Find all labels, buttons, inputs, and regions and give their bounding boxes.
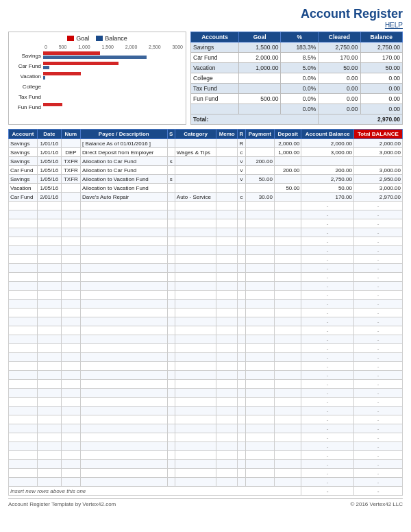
reg-deposit[interactable]: 2,000.00 [274, 139, 301, 148]
reg-num[interactable] [61, 139, 80, 148]
account-cell-balance[interactable]: 0.00 [360, 94, 402, 104]
reg-category[interactable] [175, 157, 216, 166]
account-cell-pct[interactable]: 0.0% [281, 84, 319, 94]
reg-num[interactable] [61, 184, 80, 193]
reg-s[interactable] [167, 166, 175, 175]
reg-num[interactable]: TXFR [61, 157, 80, 166]
reg-s[interactable]: s [167, 157, 175, 166]
account-cell-balance[interactable]: 0.00 [360, 104, 402, 114]
reg-memo[interactable] [216, 166, 238, 175]
reg-acct-bal[interactable]: 170.00 [301, 193, 354, 202]
reg-total-bal[interactable]: 2,000.00 [353, 139, 402, 148]
reg-date[interactable]: 1/05/16 [37, 175, 61, 184]
reg-total-bal[interactable]: 3,000.00 [353, 184, 402, 193]
reg-memo[interactable] [216, 148, 238, 157]
reg-acct-bal[interactable]: 3,000.00 [301, 148, 354, 157]
reg-category[interactable] [175, 139, 216, 148]
account-cell-pct[interactable]: 183.3% [281, 43, 319, 53]
account-cell-account[interactable]: Savings [191, 43, 239, 53]
reg-r[interactable]: v [238, 166, 246, 175]
reg-r[interactable] [238, 184, 246, 193]
reg-acct-bal[interactable]: 200.00 [301, 166, 354, 175]
reg-payee[interactable]: [ Balance As of 01/01/2016 ] [81, 139, 168, 148]
reg-account[interactable]: Savings [9, 139, 38, 148]
account-cell-cleared[interactable]: 50.00 [319, 63, 360, 73]
reg-total-bal[interactable] [353, 157, 402, 166]
reg-total-bal[interactable]: 3,000.00 [353, 148, 402, 157]
account-cell-pct[interactable]: 8.5% [281, 53, 319, 63]
reg-account[interactable]: Savings [9, 157, 38, 166]
reg-category[interactable]: Auto - Service [175, 193, 216, 202]
reg-r[interactable]: v [238, 175, 246, 184]
reg-r[interactable]: v [238, 157, 246, 166]
reg-memo[interactable] [216, 139, 238, 148]
reg-r[interactable]: c [238, 148, 246, 157]
reg-s[interactable] [167, 139, 175, 148]
account-cell-goal[interactable] [239, 84, 281, 94]
account-cell-goal[interactable]: 2,000.00 [239, 53, 281, 63]
reg-num[interactable]: DEP [61, 148, 80, 157]
reg-category[interactable] [175, 184, 216, 193]
reg-deposit[interactable]: 200.00 [274, 166, 301, 175]
reg-memo[interactable] [216, 193, 238, 202]
reg-category[interactable] [175, 166, 216, 175]
reg-memo[interactable] [216, 157, 238, 166]
reg-payee[interactable]: Allocation to Car Fund [81, 157, 168, 166]
reg-acct-bal[interactable] [301, 157, 354, 166]
reg-num[interactable]: TXFR [61, 175, 80, 184]
account-cell-pct[interactable]: 5.0% [281, 63, 319, 73]
reg-deposit[interactable] [274, 157, 301, 166]
reg-payee[interactable]: Allocation to Vacation Fund [81, 175, 168, 184]
account-cell-cleared[interactable]: 0.00 [319, 94, 360, 104]
account-cell-goal[interactable]: 500.00 [239, 94, 281, 104]
account-cell-goal[interactable]: 1,500.00 [239, 43, 281, 53]
account-cell-goal[interactable] [239, 73, 281, 84]
account-cell-account[interactable]: Car Fund [191, 53, 239, 63]
reg-s[interactable] [167, 148, 175, 157]
help-link[interactable]: HELP [301, 21, 403, 29]
reg-total-bal[interactable]: 3,000.00 [353, 166, 402, 175]
reg-deposit[interactable]: 1,000.00 [274, 148, 301, 157]
reg-account[interactable]: Car Fund [9, 166, 38, 175]
reg-r[interactable]: c [238, 193, 246, 202]
reg-date[interactable]: 1/05/16 [37, 184, 61, 193]
account-cell-cleared[interactable]: 170.00 [319, 53, 360, 63]
reg-memo[interactable] [216, 175, 238, 184]
reg-payee[interactable]: Allocation to Car Fund [81, 166, 168, 175]
reg-payee[interactable]: Direct Deposit from Employer [81, 148, 168, 157]
account-cell-cleared[interactable]: 0.00 [319, 73, 360, 84]
reg-date[interactable]: 2/01/16 [37, 193, 61, 202]
reg-date[interactable]: 1/05/16 [37, 157, 61, 166]
reg-acct-bal[interactable]: 2,750.00 [301, 175, 354, 184]
reg-total-bal[interactable]: 2,950.00 [353, 175, 402, 184]
reg-category[interactable]: Wages & Tips [175, 148, 216, 157]
reg-payment[interactable]: 200.00 [245, 157, 274, 166]
reg-total-bal[interactable]: 2,970.00 [353, 193, 402, 202]
reg-payment[interactable] [245, 184, 274, 193]
account-cell-account[interactable]: Fun Fund [191, 94, 239, 104]
reg-payment[interactable] [245, 139, 274, 148]
reg-num[interactable]: TXFR [61, 166, 80, 175]
reg-num[interactable] [61, 193, 80, 202]
reg-r[interactable]: R [238, 139, 246, 148]
reg-acct-bal[interactable]: 50.00 [301, 184, 354, 193]
reg-s[interactable] [167, 184, 175, 193]
account-cell-cleared[interactable]: 0.00 [319, 104, 360, 114]
account-cell-balance[interactable]: 170.00 [360, 53, 402, 63]
reg-payment[interactable] [245, 166, 274, 175]
account-cell-pct[interactable]: 0.0% [281, 94, 319, 104]
reg-deposit[interactable] [274, 193, 301, 202]
reg-payee[interactable]: Dave's Auto Repair [81, 193, 168, 202]
account-cell-cleared[interactable]: 2,750.00 [319, 43, 360, 53]
reg-account[interactable]: Savings [9, 148, 38, 157]
reg-date[interactable]: 1/01/16 [37, 148, 61, 157]
reg-account[interactable]: Car Fund [9, 193, 38, 202]
reg-deposit[interactable] [274, 175, 301, 184]
account-cell-balance[interactable]: 50.00 [360, 63, 402, 73]
reg-memo[interactable] [216, 184, 238, 193]
reg-category[interactable] [175, 175, 216, 184]
reg-date[interactable]: 1/01/16 [37, 139, 61, 148]
account-cell-account[interactable] [191, 104, 239, 114]
account-cell-account[interactable]: Tax Fund [191, 84, 239, 94]
account-cell-pct[interactable]: 0.0% [281, 104, 319, 114]
